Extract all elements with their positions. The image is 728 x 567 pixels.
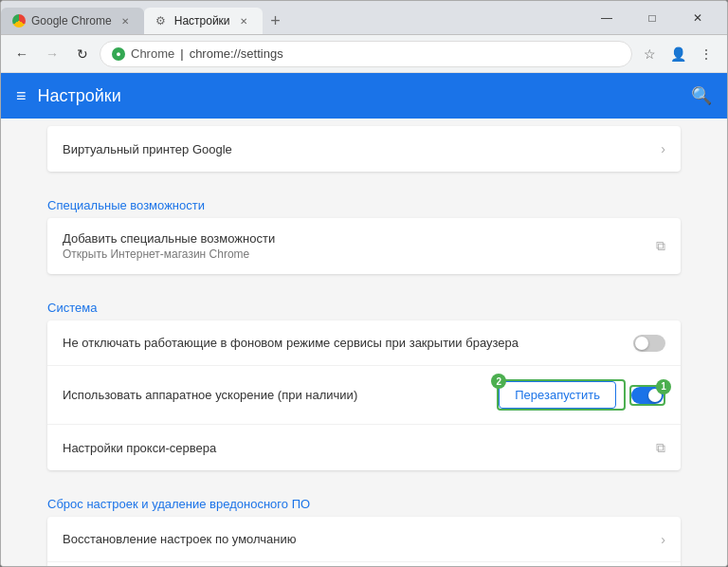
settings-favicon: ⚙ <box>155 14 169 27</box>
restart-button[interactable]: Перезапустить <box>499 381 616 409</box>
back-button[interactable]: ← <box>9 41 35 67</box>
background-services-label: Не отключать работающие в фоновом режиме… <box>63 336 633 350</box>
tab-close-settings[interactable]: ✕ <box>236 13 251 28</box>
restore-defaults-arrow: › <box>661 532 665 547</box>
tabs-area: Google Chrome ✕ ⚙ Настройки ✕ + <box>1 1 577 34</box>
proxy-external-icon: ⧉ <box>656 440 665 456</box>
remove-malware-item: Удалить вредоносное ПО с компьютера › <box>47 562 681 566</box>
hamburger-menu[interactable]: ≡ <box>16 86 27 106</box>
settings-content: Виртуальный принтер Google › Специальные… <box>32 119 696 566</box>
virtual-printer-card: Виртуальный принтер Google › <box>47 126 681 172</box>
titlebar: Google Chrome ✕ ⚙ Настройки ✕ + — □ ✕ <box>1 1 727 35</box>
url-chrome-label: Chrome <box>131 46 174 61</box>
browser-window: Google Chrome ✕ ⚙ Настройки ✕ + — □ ✕ ← … <box>0 0 728 567</box>
accessibility-card: Добавить специальные возможности Открыть… <box>47 218 681 274</box>
accessibility-title: Специальные возможности <box>47 191 681 218</box>
background-services-item: Не отключать работающие в фоновом режиме… <box>47 320 681 366</box>
content-area: Виртуальный принтер Google › Специальные… <box>1 119 727 566</box>
refresh-button[interactable]: ↻ <box>69 41 96 67</box>
url-path: chrome://settings <box>190 46 283 61</box>
reset-section: Сброс настроек и удаление вредоносного П… <box>47 489 681 566</box>
url-bar[interactable]: ● Chrome | chrome://settings <box>100 41 632 67</box>
url-separator: | <box>180 46 183 61</box>
tab-settings[interactable]: ⚙ Настройки ✕ <box>144 8 263 34</box>
window-controls: — □ ✕ <box>577 1 727 34</box>
restore-defaults-label: Восстановление настроек по умолчанию <box>63 532 661 546</box>
accessibility-item-label: Добавить специальные возможности <box>63 231 656 246</box>
menu-button[interactable]: ⋮ <box>693 41 719 67</box>
hardware-acceleration-item: Использовать аппаратное ускорение (при н… <box>47 366 681 425</box>
virtual-printer-arrow: › <box>661 141 665 156</box>
accessibility-external-icon: ⧉ <box>656 238 665 254</box>
tab-label-chrome: Google Chrome <box>31 14 112 27</box>
tab-google-chrome[interactable]: Google Chrome ✕ <box>1 8 144 34</box>
accessibility-item-subtitle: Открыть Интернет-магазин Chrome <box>63 247 656 261</box>
virtual-printer-label: Виртуальный принтер Google <box>63 142 661 156</box>
chrome-favicon <box>12 14 26 27</box>
settings-page-title: Настройки <box>38 86 680 106</box>
maximize-button[interactable]: □ <box>630 1 674 35</box>
secure-icon: ● <box>112 47 125 61</box>
restore-defaults-item: Восстановление настроек по умолчанию › <box>47 517 681 562</box>
accessibility-item: Добавить специальные возможности Открыть… <box>47 218 681 274</box>
system-title: Система <box>47 293 681 320</box>
settings-header: ≡ Настройки 🔍 <box>1 73 727 119</box>
accessibility-section: Специальные возможности Добавить специал… <box>47 191 681 274</box>
addressbar-actions: ☆ 👤 ⋮ <box>636 41 719 67</box>
tab-close-chrome[interactable]: ✕ <box>118 13 133 28</box>
settings-search-button[interactable]: 🔍 <box>691 85 712 106</box>
accessibility-item-text: Добавить специальные возможности Открыть… <box>63 231 656 261</box>
tab-label-settings: Настройки <box>174 14 230 27</box>
profile-button[interactable]: 👤 <box>664 41 691 67</box>
background-services-toggle[interactable] <box>633 335 665 352</box>
minimize-button[interactable]: — <box>585 1 628 35</box>
bookmark-button[interactable]: ☆ <box>636 41 663 67</box>
new-tab-button[interactable]: + <box>263 8 289 34</box>
proxy-settings-label: Настройки прокси-сервера <box>63 441 656 455</box>
addressbar: ← → ↻ ● Chrome | chrome://settings ☆ 👤 ⋮ <box>1 35 727 73</box>
annotation-badge-1: 1 <box>656 379 671 394</box>
system-card: Не отключать работающие в фоновом режиме… <box>47 320 681 470</box>
proxy-settings-item: Настройки прокси-сервера ⧉ <box>47 425 681 470</box>
reset-card: Восстановление настроек по умолчанию › У… <box>47 517 681 566</box>
reset-title: Сброс настроек и удаление вредоносного П… <box>47 489 681 517</box>
close-button[interactable]: ✕ <box>676 1 719 35</box>
forward-button[interactable]: → <box>39 41 65 67</box>
system-section: Система Не отключать работающие в фоново… <box>47 293 681 470</box>
virtual-printer-item: Виртуальный принтер Google › <box>47 126 681 172</box>
background-services-toggle-knob <box>635 337 648 350</box>
hardware-acceleration-label: Использовать аппаратное ускорение (при н… <box>63 388 497 402</box>
